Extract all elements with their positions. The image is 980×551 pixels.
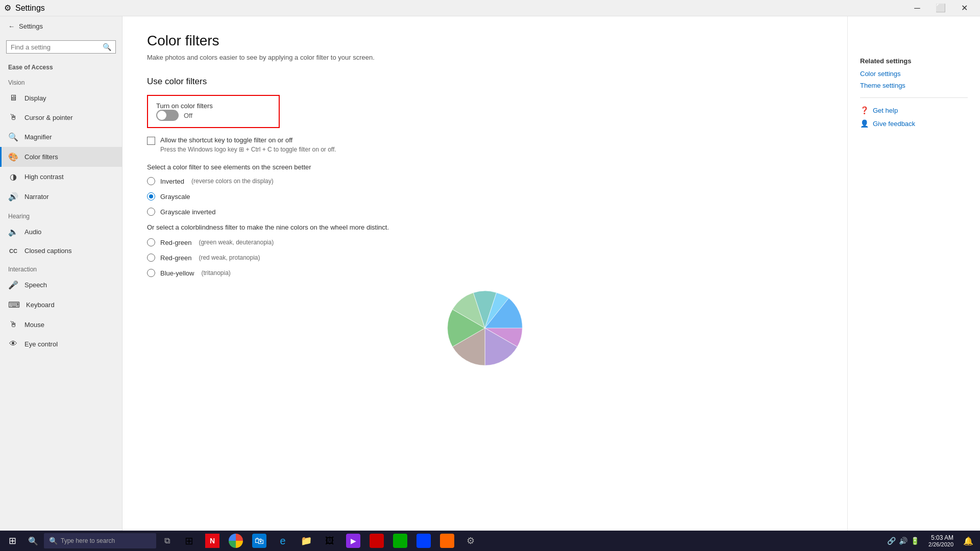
related-heading: Related settings: [860, 57, 968, 65]
radio-grayscale-inverted[interactable]: Grayscale inverted: [147, 208, 823, 216]
radio-blue-yellow-circle: [147, 269, 155, 277]
closed-captions-icon: CC: [8, 248, 18, 254]
interaction-section-label: Interaction: [0, 260, 122, 275]
sidebar-item-eye-control[interactable]: 👁 Eye control: [0, 334, 122, 354]
taskbar-app-store[interactable]: 🛍: [248, 531, 271, 551]
volume-icon[interactable]: 🔊: [899, 537, 908, 545]
theme-settings-link[interactable]: Theme settings: [860, 82, 968, 89]
sidebar-item-audio-label: Audio: [24, 228, 41, 236]
taskbar-app-netflix[interactable]: N: [201, 531, 224, 551]
give-feedback-row[interactable]: 👤 Give feedback: [860, 119, 968, 128]
search-input[interactable]: [11, 43, 103, 51]
blue-app-icon: [416, 534, 431, 548]
sidebar-item-audio[interactable]: 🔈 Audio: [0, 222, 122, 242]
radio-red-green-red-circle: [147, 254, 155, 262]
sidebar-item-mouse[interactable]: 🖱 Mouse: [0, 315, 122, 334]
radio-red-green-weak-sublabel: (green weak, deuteranopia): [199, 239, 274, 246]
taskbar-app-settings[interactable]: ⚙: [459, 531, 482, 551]
taskbar-app-orange[interactable]: [436, 531, 458, 551]
sidebar-item-speech[interactable]: 🎤 Speech: [0, 275, 122, 295]
title-bar-title: Settings: [15, 4, 45, 13]
close-button[interactable]: ✕: [952, 0, 976, 16]
search-button[interactable]: 🔍: [23, 531, 43, 550]
taskbar-search-input[interactable]: [61, 537, 142, 544]
checkbox-label: Allow the shortcut key to toggle filter …: [160, 136, 336, 144]
radio-red-green-red-label: Red-green: [160, 254, 191, 262]
ease-of-access-label: Ease of Access: [0, 58, 122, 73]
get-help-row[interactable]: ❓ Get help: [860, 106, 968, 114]
taskbar-app-green[interactable]: [389, 531, 411, 551]
battery-icon[interactable]: 🔋: [911, 537, 919, 545]
narrator-icon: 🔊: [8, 192, 18, 202]
sidebar-item-color-filters[interactable]: 🎨 Color filters: [0, 147, 122, 167]
radio-inverted[interactable]: Inverted (reverse colors on the display): [147, 177, 823, 185]
title-bar-left: ⚙ Settings: [4, 3, 45, 13]
sidebar-item-display-label: Display: [24, 94, 46, 102]
back-button[interactable]: ← Settings: [0, 16, 122, 36]
taskbar-clock[interactable]: 5:03 AM 2/26/2020: [924, 534, 958, 547]
radio-red-green-weak[interactable]: Red-green (green weak, deuteranopia): [147, 238, 823, 246]
sidebar-item-high-contrast[interactable]: ◑ High contrast: [0, 167, 122, 187]
taskbar-search-icon2: 🔍: [49, 537, 58, 545]
keyboard-icon: ⌨: [8, 300, 20, 310]
green-app-icon: [393, 534, 407, 548]
taskbar-app-blue2[interactable]: [412, 531, 435, 551]
radio-grayscale-inverted-label: Grayscale inverted: [160, 208, 215, 216]
taskbar-app-ie[interactable]: e: [272, 531, 294, 551]
shortcut-checkbox-row: Allow the shortcut key to toggle filter …: [147, 136, 823, 153]
radio-inverted-sublabel: (reverse colors on the display): [191, 178, 274, 185]
taskbar-app-photos[interactable]: 🖼: [318, 531, 341, 551]
toggle-label: Turn on color filters: [156, 102, 213, 110]
network-icon[interactable]: 🔗: [887, 537, 896, 545]
right-panel: Related settings Color settings Theme se…: [847, 16, 980, 531]
sidebar-item-keyboard[interactable]: ⌨ Keyboard: [0, 295, 122, 315]
taskbar-app-chrome[interactable]: [225, 531, 247, 551]
taskbar-app-red[interactable]: [365, 531, 388, 551]
toggle-thumb: [157, 111, 166, 120]
radio-grayscale-circle: [147, 192, 155, 201]
title-bar: ⚙ Settings ─ ⬜ ✕: [0, 0, 980, 16]
notifications-button[interactable]: 🔔: [959, 531, 978, 550]
shortcut-checkbox[interactable]: [147, 137, 155, 145]
taskbar-app-video[interactable]: ▶: [342, 531, 364, 551]
search-icon: 🔍: [103, 43, 111, 51]
sidebar-item-cursor-label: Cursor & pointer: [24, 114, 73, 121]
taskbar-app-files[interactable]: 📁: [295, 531, 317, 551]
toggle-row: Off: [156, 110, 213, 121]
radio-blue-yellow[interactable]: Blue-yellow (tritanopia): [147, 269, 823, 277]
get-help-link[interactable]: Get help: [873, 107, 898, 114]
radio-grayscale[interactable]: Grayscale: [147, 192, 823, 201]
orange-app-icon: [440, 534, 454, 548]
sidebar-item-narrator[interactable]: 🔊 Narrator: [0, 187, 122, 207]
radio-red-green-red[interactable]: Red-green (red weak, protanopia): [147, 254, 823, 262]
radio-inverted-circle: [147, 177, 155, 185]
main-content: Color filters Make photos and colors eas…: [122, 16, 847, 531]
clock-date: 2/26/2020: [928, 541, 953, 547]
high-contrast-icon: ◑: [8, 172, 18, 182]
sidebar-item-closed-captions[interactable]: CC Closed captions: [0, 242, 122, 260]
task-view-button[interactable]: ⧉: [157, 531, 177, 550]
sidebar-item-display[interactable]: 🖥 Display: [0, 88, 122, 108]
sidebar-item-high-contrast-label: High contrast: [24, 173, 64, 181]
netflix-icon: N: [205, 534, 219, 548]
minimize-button[interactable]: ─: [905, 0, 929, 16]
give-feedback-link[interactable]: Give feedback: [873, 120, 915, 128]
sidebar-item-cursor[interactable]: 🖱 Cursor & pointer: [0, 108, 122, 127]
taskbar-app-windows[interactable]: ⊞: [178, 531, 200, 551]
sidebar-item-narrator-label: Narrator: [24, 193, 49, 201]
taskbar-search-box[interactable]: 🔍: [44, 533, 156, 548]
red-app-icon: [370, 534, 384, 548]
color-wheel-container: [147, 287, 823, 369]
maximize-button[interactable]: ⬜: [929, 0, 952, 16]
vision-section-label: Vision: [0, 73, 122, 88]
radio-red-green-weak-label: Red-green: [160, 239, 191, 246]
color-filters-icon: 🎨: [8, 152, 18, 162]
magnifier-icon: 🔍: [8, 132, 18, 142]
color-settings-link[interactable]: Color settings: [860, 70, 968, 78]
start-button[interactable]: ⊞: [2, 531, 22, 551]
sidebar-item-magnifier[interactable]: 🔍 Magnifier: [0, 127, 122, 147]
title-bar-controls: ─ ⬜ ✕: [905, 0, 976, 16]
search-box[interactable]: 🔍: [6, 40, 116, 54]
filter-select-label: Select a color filter to see elements on…: [147, 163, 823, 171]
color-filters-toggle[interactable]: [156, 110, 179, 121]
